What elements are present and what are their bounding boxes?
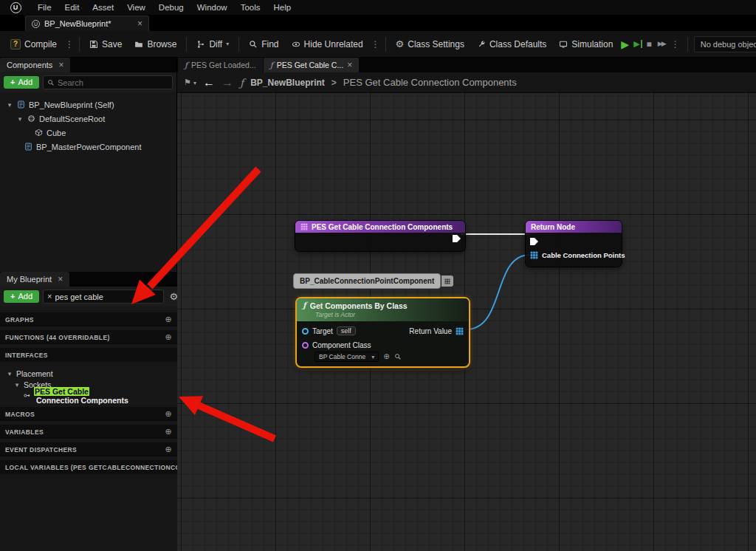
filter-gear-icon[interactable]: ⚙ <box>169 292 178 301</box>
exec-output-pin[interactable] <box>453 235 461 242</box>
play-options-icon[interactable]: ⋮ <box>670 39 681 49</box>
section-local-variables[interactable]: LOCAL VARIABLES (PES GETCABLECONNECTIONC… <box>0 460 177 474</box>
section-functions[interactable]: FUNCTIONS (44 OVERRIDABLE) ⊕ <box>0 330 177 344</box>
node-function-entry[interactable]: PES Get Cable Connection Components <box>295 221 465 251</box>
close-icon[interactable]: × <box>137 19 142 28</box>
compile-button[interactable]: ? Compile <box>4 35 63 53</box>
debug-object-label: No debug object sele <box>701 40 756 49</box>
add-graph-icon[interactable]: ⊕ <box>165 315 172 324</box>
class-pill-label: BP_CableConnectionPointComponent <box>300 277 434 285</box>
save-button[interactable]: Save <box>83 35 128 53</box>
toolbar-divider <box>238 37 239 52</box>
class-input-pin[interactable] <box>302 342 309 349</box>
add-component-button[interactable]: + Add <box>4 76 39 89</box>
hide-unrelated-button[interactable]: Hide Unrelated <box>286 35 369 53</box>
node-class-pill[interactable]: BP_CableConnectionPointComponent <box>293 273 453 289</box>
close-icon[interactable]: × <box>347 61 352 69</box>
stop-button[interactable]: ■ <box>645 40 653 49</box>
toolbar-divider <box>186 37 187 52</box>
frame-skip-button[interactable]: ▶ <box>633 40 642 48</box>
find-button[interactable]: Find <box>243 35 284 53</box>
node-header: PES Get Cable Connection Components <box>295 221 465 233</box>
class-pill-pin[interactable] <box>441 276 453 287</box>
class-defaults-button[interactable]: Class Defaults <box>471 35 552 53</box>
add-variable-icon[interactable]: ⊕ <box>165 427 172 437</box>
section-macros[interactable]: MACROS ⊕ <box>0 407 177 421</box>
nav-back-button[interactable]: ← <box>203 77 215 89</box>
target-value[interactable]: self <box>337 326 356 335</box>
browse-button[interactable]: Browse <box>128 35 182 53</box>
node-return[interactable]: Return Node Cable Connection Points <box>526 221 622 267</box>
array-pin-icon[interactable] <box>530 251 538 259</box>
tree-item-scene-root[interactable]: ▾ DefaultSceneRoot <box>0 112 176 126</box>
chevron-down-icon[interactable]: ▾ <box>6 370 13 377</box>
add-label: Add <box>18 78 32 86</box>
breadcrumb-root[interactable]: BP_NewBlueprint <box>250 78 325 88</box>
close-icon[interactable]: × <box>58 61 63 69</box>
category-placement[interactable]: ▾ Placement <box>0 368 177 379</box>
menu-window[interactable]: Window <box>190 0 234 15</box>
my-blueprint-search-input[interactable] <box>55 292 159 301</box>
section-label: LOCAL VARIABLES (PES GETCABLECONNECTIONC… <box>5 464 177 471</box>
my-blueprint-search-box[interactable]: × <box>43 290 164 304</box>
chevron-down-icon[interactable]: ▾ <box>13 381 21 389</box>
menu-edit[interactable]: Edit <box>58 0 86 15</box>
section-interfaces[interactable]: INTERFACES <box>0 348 177 362</box>
chevron-down-icon[interactable]: ▾ <box>6 101 13 109</box>
simulation-button[interactable]: Simulation <box>553 35 619 53</box>
menu-help[interactable]: Help <box>267 0 298 15</box>
nav-forward-button[interactable]: → <box>221 77 233 89</box>
hide-unrelated-options-icon[interactable]: ⋮ <box>370 39 382 49</box>
close-icon[interactable]: × <box>58 275 63 284</box>
component-class-dropdown[interactable]: BP Cable Conne ▾ <box>315 352 379 362</box>
tree-item-cube[interactable]: Cube <box>0 126 176 140</box>
tree-item-master-power[interactable]: BP_MasterPowerComponent <box>0 140 176 154</box>
class-settings-button[interactable]: ⚙ Class Settings <box>390 35 470 53</box>
tab-my-blueprint[interactable]: My Blueprint × <box>0 272 69 287</box>
bookmark-flag-icon[interactable]: ⚑ ▾ <box>184 78 196 87</box>
pin-label: Component Class <box>312 341 371 349</box>
section-graphs[interactable]: GRAPHS ⊕ <box>0 312 177 326</box>
diff-button[interactable]: Diff ▾ <box>190 35 235 53</box>
menu-tools[interactable]: Tools <box>234 0 267 15</box>
asset-tab-bar: U BP_NewBlueprint* × <box>0 15 756 31</box>
add-macro-icon[interactable]: ⊕ <box>165 409 172 419</box>
node-get-components-by-class[interactable]: ƒ Get Components By Class Target is Acto… <box>295 297 470 368</box>
components-search-box[interactable] <box>43 75 173 89</box>
array-output-pin-icon[interactable] <box>456 327 464 335</box>
play-button[interactable]: ▶ <box>619 39 630 49</box>
components-tree: ▾ BP_NewBlueprint (Self) ▾ DefaultSceneR… <box>0 92 176 154</box>
debug-object-select[interactable]: No debug object sele <box>694 36 756 52</box>
browse-label: Browse <box>147 39 176 49</box>
chevron-down-icon[interactable]: ▾ <box>16 115 24 123</box>
tree-item-label: BP_NewBlueprint (Self) <box>29 100 114 109</box>
menu-asset[interactable]: Asset <box>86 0 120 15</box>
add-function-icon[interactable]: ⊕ <box>165 332 172 342</box>
monitor-icon <box>559 40 568 49</box>
section-event-dispatchers[interactable]: EVENT DISPATCHERS ⊕ <box>0 442 177 456</box>
menu-view[interactable]: View <box>120 0 152 15</box>
unreal-logo-icon[interactable]: U <box>10 2 21 13</box>
tab-pes-get-loaded[interactable]: ƒ PES Get Loaded... <box>178 58 263 72</box>
function-search-result[interactable]: PES Get Cable Connection Components <box>0 390 177 401</box>
graph-canvas[interactable]: PES Get Cable Connection Components Retu… <box>177 93 756 551</box>
step-over-button[interactable]: ▶▶ <box>656 41 667 47</box>
cube-icon <box>35 129 43 137</box>
tab-bp-newblueprint[interactable]: U BP_NewBlueprint* × <box>25 16 149 31</box>
section-label: GRAPHS <box>5 316 34 324</box>
tree-item-self[interactable]: ▾ BP_NewBlueprint (Self) <box>0 97 176 112</box>
target-input-pin[interactable] <box>302 328 309 335</box>
browse-class-icon[interactable] <box>394 353 402 360</box>
exec-input-pin[interactable] <box>530 238 538 245</box>
compile-options-icon[interactable]: ⋮ <box>63 39 75 49</box>
section-variables[interactable]: VARIABLES ⊕ <box>0 425 177 439</box>
clear-search-icon[interactable]: × <box>47 292 52 301</box>
tab-components[interactable]: Components × <box>0 58 70 72</box>
use-selected-icon[interactable]: ⊕ <box>383 353 389 360</box>
menu-debug[interactable]: Debug <box>152 0 190 15</box>
add-event-dispatcher-icon[interactable]: ⊕ <box>165 445 172 454</box>
add-blueprint-item-button[interactable]: + Add <box>4 290 39 303</box>
components-search-input[interactable] <box>58 78 168 87</box>
tab-pes-get-cable[interactable]: ƒ PES Get Cable C... × <box>264 58 360 72</box>
menu-file[interactable]: File <box>31 0 58 15</box>
